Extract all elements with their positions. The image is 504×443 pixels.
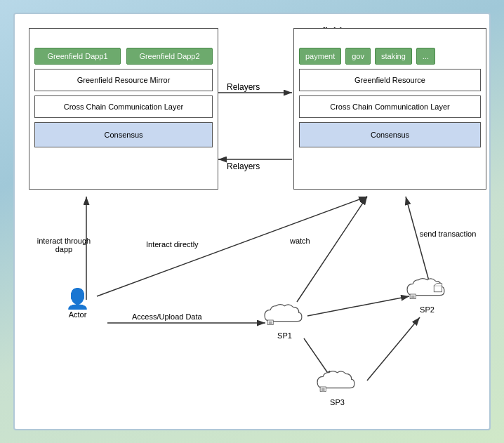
gf-cross-chain: Cross Chain Communication Layer bbox=[299, 95, 481, 118]
sp3-container: SP3 bbox=[314, 366, 360, 406]
main-diagram: BSC Greenfield Dapp1 Greenfield Dapp2 Gr… bbox=[13, 13, 491, 430]
watch-label: watch bbox=[290, 237, 310, 245]
gf-staking: staking bbox=[375, 48, 412, 65]
relayers-bottom-label: Relayers bbox=[227, 161, 260, 171]
sp1-cloud bbox=[262, 300, 307, 331]
send-transaction-label: send transaction bbox=[416, 230, 479, 238]
svg-rect-15 bbox=[411, 296, 415, 299]
gf-gov: gov bbox=[345, 48, 371, 65]
svg-line-7 bbox=[406, 197, 430, 286]
bsc-consensus: Consensus bbox=[34, 122, 213, 147]
gf-consensus: Consensus bbox=[299, 122, 481, 147]
bsc-cross-chain: Cross Chain Communication Layer bbox=[34, 95, 213, 118]
actor-label: Actor bbox=[69, 310, 87, 319]
interact-dapp-label: interact through dapp bbox=[29, 237, 99, 253]
bsc-resource-mirror: Greenfield Resource Mirror bbox=[34, 69, 213, 91]
svg-rect-13 bbox=[269, 322, 272, 325]
bsc-internals: Greenfield Dapp1 Greenfield Dapp2 Greenf… bbox=[29, 42, 218, 153]
actor-icon: 👤 bbox=[65, 287, 90, 310]
sp3-cloud bbox=[314, 366, 360, 398]
svg-line-11 bbox=[367, 317, 420, 381]
svg-line-6 bbox=[297, 197, 367, 302]
sp2-container: SP2 bbox=[404, 274, 450, 314]
svg-line-9 bbox=[307, 296, 409, 316]
sp1-container: SP1 bbox=[262, 300, 307, 340]
svg-rect-16 bbox=[434, 286, 442, 292]
gf-ellipsis: ... bbox=[416, 48, 435, 65]
access-upload-label: Access/Upload Data bbox=[132, 312, 202, 321]
bsc-dapp1: Greenfield Dapp1 bbox=[34, 48, 121, 65]
sp2-cloud bbox=[404, 274, 450, 305]
greenfield-internals: payment gov staking ... Greenfield Resou… bbox=[293, 42, 486, 153]
actor-area: 👤 Actor bbox=[65, 287, 90, 319]
relayers-top-label: Relayers bbox=[227, 82, 260, 92]
bsc-dapp2: Greenfield Dapp2 bbox=[126, 48, 213, 65]
svg-line-5 bbox=[97, 197, 367, 296]
sp3-label: SP3 bbox=[330, 398, 345, 406]
interact-directly-label: Interact directly bbox=[146, 240, 199, 249]
gf-resource: Greenfield Resource bbox=[299, 69, 481, 91]
diagram-area: BSC Greenfield Dapp1 Greenfield Dapp2 Gr… bbox=[23, 22, 481, 421]
sp1-label: SP1 bbox=[277, 331, 292, 340]
gf-payment: payment bbox=[299, 48, 341, 65]
sp2-label: SP2 bbox=[420, 305, 435, 314]
svg-rect-18 bbox=[321, 388, 325, 392]
